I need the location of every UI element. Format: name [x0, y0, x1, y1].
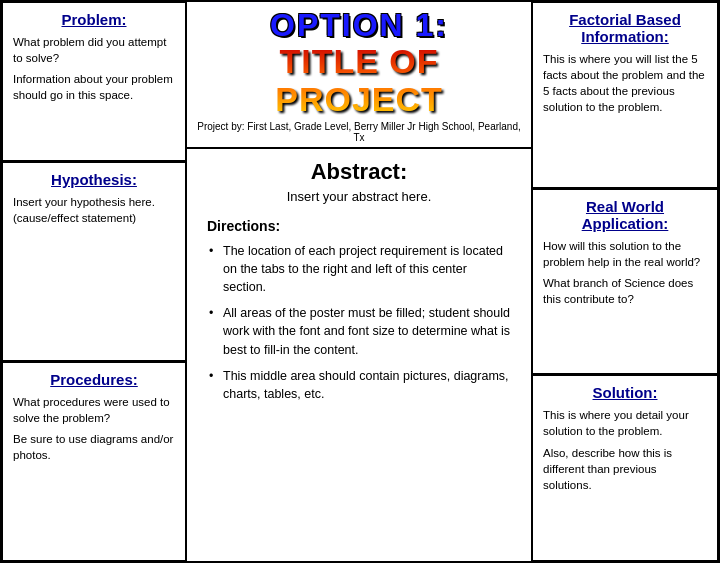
- abstract-text: Insert your abstract here.: [207, 189, 511, 204]
- direction-item-3: This middle area should contain pictures…: [207, 367, 511, 403]
- factorial-panel: Factorial Based Information: This is whe…: [533, 2, 718, 189]
- procedures-text2: Be sure to use diagrams and/or photos.: [13, 431, 175, 463]
- poster-container: Problem: What problem did you attempt to…: [0, 0, 720, 563]
- hypothesis-panel: Hypothesis: Insert your hypothesis here.…: [2, 162, 185, 362]
- realworld-text2: What branch of Science does this contrib…: [543, 275, 707, 307]
- problem-heading: Problem:: [13, 11, 175, 28]
- solution-panel: Solution: This is where you detail your …: [533, 375, 718, 561]
- center-column: OPTION 1: TITLE OF PROJECT Project by: F…: [187, 2, 533, 561]
- realworld-text1: How will this solution to the problem he…: [543, 238, 707, 270]
- project-title: TITLE OF PROJECT: [197, 43, 521, 118]
- procedures-panel: Procedures: What procedures were used to…: [2, 362, 185, 561]
- procedures-text1: What procedures were used to solve the p…: [13, 394, 175, 426]
- solution-text1: This is where you detail your solution t…: [543, 407, 707, 439]
- directions-list: The location of each project requirement…: [207, 242, 511, 403]
- realworld-panel: Real World Application: How will this so…: [533, 189, 718, 376]
- right-column: Factorial Based Information: This is whe…: [533, 2, 718, 561]
- procedures-heading: Procedures:: [13, 371, 175, 388]
- problem-text1: What problem did you attempt to solve?: [13, 34, 175, 66]
- abstract-heading: Abstract:: [207, 159, 511, 185]
- direction-item-2: All areas of the poster must be filled; …: [207, 304, 511, 358]
- directions-heading: Directions:: [207, 218, 511, 234]
- problem-panel: Problem: What problem did you attempt to…: [2, 2, 185, 162]
- left-column: Problem: What problem did you attempt to…: [2, 2, 187, 561]
- realworld-heading: Real World Application:: [543, 198, 707, 232]
- factorial-heading: Factorial Based Information:: [543, 11, 707, 45]
- hypothesis-heading: Hypothesis:: [13, 171, 175, 188]
- center-header: OPTION 1: TITLE OF PROJECT Project by: F…: [187, 2, 531, 149]
- factorial-text1: This is where you will list the 5 facts …: [543, 51, 707, 115]
- option-title: OPTION 1:: [197, 8, 521, 43]
- direction-item-1: The location of each project requirement…: [207, 242, 511, 296]
- project-byline: Project by: First Last, Grade Level, Ber…: [197, 121, 521, 143]
- solution-heading: Solution:: [543, 384, 707, 401]
- center-body: Abstract: Insert your abstract here. Dir…: [187, 149, 531, 561]
- problem-text2: Information about your problem should go…: [13, 71, 175, 103]
- hypothesis-text1: Insert your hypothesis here. (cause/effe…: [13, 194, 175, 226]
- solution-text2: Also, describe how this is different tha…: [543, 445, 707, 493]
